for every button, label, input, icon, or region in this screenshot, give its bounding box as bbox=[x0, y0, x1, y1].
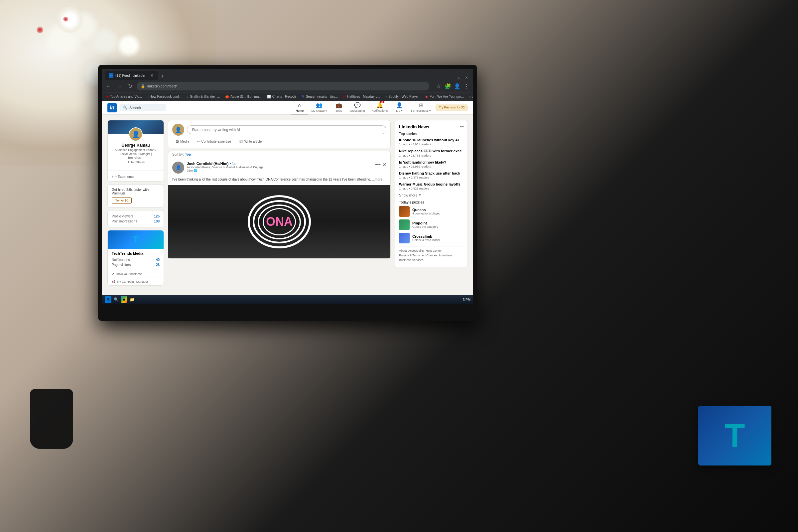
news-item-1[interactable]: Nike replaces CEO with former exec 1h ag… bbox=[399, 149, 463, 157]
home-icon: ⌂ bbox=[298, 102, 301, 108]
profile-btn[interactable]: 👤 bbox=[453, 82, 461, 90]
news-item-4[interactable]: Warner Music Group begins layoffs 1h ago… bbox=[399, 182, 463, 190]
reload-btn[interactable]: ↻ bbox=[126, 82, 134, 90]
crossclimb-name: Crossclimb bbox=[412, 234, 440, 239]
post-author-avatar[interactable]: 👤 bbox=[172, 162, 184, 174]
bookmark-5[interactable]: 📊 Charts - Recode bbox=[266, 94, 298, 99]
experience-btn[interactable]: + + Experience bbox=[108, 174, 164, 181]
media-action[interactable]: 🖼 Media bbox=[172, 138, 192, 145]
footer-help[interactable]: Help Center bbox=[426, 249, 442, 252]
nav-me[interactable]: 👤 Me ▾ bbox=[391, 101, 407, 114]
maximize-btn[interactable]: □ bbox=[457, 75, 462, 80]
profile-viewers-value: 125 bbox=[154, 214, 159, 218]
news-item-2[interactable]: Is 'soft landing' now likely? 1h ago • 1… bbox=[399, 160, 463, 168]
expertise-label: Contribute expertise bbox=[201, 140, 231, 143]
bookmark-9[interactable]: ▶ Fun: We Are Youngm... bbox=[424, 94, 465, 99]
nav-home[interactable]: ⌂ Home bbox=[291, 101, 308, 114]
nav-jobs[interactable]: 💼 Jobs bbox=[330, 101, 347, 114]
post-actions-top: ••• ✕ bbox=[375, 162, 386, 168]
post-image: ONA bbox=[168, 185, 391, 258]
media-label: Media bbox=[180, 140, 189, 143]
taskbar-chrome[interactable]: ● bbox=[121, 296, 127, 303]
bookmark-all[interactable]: » All Bookmarks bbox=[468, 94, 473, 99]
analytics-impressions-row[interactable]: Post impressions 199 bbox=[112, 219, 159, 224]
news-item-0[interactable]: iPhone 16 launches without key AI 1h ago… bbox=[399, 138, 463, 146]
footer-accessibility[interactable]: Accessibility bbox=[408, 249, 424, 252]
taskbar-start[interactable]: ⊞ bbox=[105, 296, 111, 303]
nav-network[interactable]: 👥 My Network bbox=[308, 101, 330, 114]
premium-btn[interactable]: Try for $0 bbox=[112, 197, 132, 204]
footer-about[interactable]: About bbox=[399, 249, 407, 252]
tab-bar: in (11) Feed | LinkedIn ✕ + — □ ✕ bbox=[102, 69, 473, 80]
footer-ad[interactable]: Ad Choices bbox=[422, 254, 437, 257]
techtrends-name[interactable]: TechTrends Media bbox=[112, 251, 159, 255]
nav-me-label: Me ▾ bbox=[396, 109, 403, 112]
new-tab-btn[interactable]: + bbox=[158, 72, 167, 80]
search-bar[interactable]: 🔍 Search bbox=[119, 104, 166, 111]
close-btn[interactable]: ✕ bbox=[464, 75, 469, 80]
back-btn[interactable]: ← bbox=[105, 82, 113, 90]
footer-privacy[interactable]: Privacy & Terms bbox=[399, 254, 421, 257]
media-icon: 🖼 bbox=[175, 140, 179, 143]
flower-detail-2 bbox=[63, 17, 68, 22]
expertise-action[interactable]: ✏ Contribute expertise bbox=[194, 138, 234, 145]
footer-links: About Accessibility Help Center Privacy … bbox=[399, 249, 463, 262]
news-item-3[interactable]: Disney halting Slack use after hack 1h a… bbox=[399, 171, 463, 179]
profile-name[interactable]: George Kamau bbox=[112, 143, 159, 148]
article-action[interactable]: 📰 Write article bbox=[236, 138, 265, 145]
bookmark-1[interactable]: ❤ Top Articles and Vid... bbox=[105, 94, 143, 99]
extensions-btn[interactable]: 🧩 bbox=[444, 82, 452, 90]
pencil-icon[interactable]: ✏ bbox=[460, 125, 463, 129]
avatar-emoji: 👤 bbox=[132, 130, 140, 138]
composer-avatar-icon: 👤 bbox=[175, 127, 182, 133]
post-author-line: Josh Cornfield (He/Him) • 1st bbox=[187, 162, 373, 166]
techtrends-visitors-row: Page visitors 26 bbox=[112, 262, 159, 267]
show-more-btn[interactable]: Show more ▾ bbox=[399, 193, 463, 197]
browser: in (11) Feed | LinkedIn ✕ + — □ ✕ ← → ↻ bbox=[102, 69, 473, 304]
tab-close-btn[interactable]: ✕ bbox=[150, 73, 154, 78]
minimize-btn[interactable]: — bbox=[449, 75, 455, 80]
footer-advertising[interactable]: Advertising bbox=[439, 254, 454, 257]
bookmark-3[interactable]: ♪ Gryffin & Slander -... bbox=[186, 94, 221, 99]
footer-business[interactable]: Business Services bbox=[399, 258, 424, 262]
news-item-4-meta: 1h ago • 1,623 readers bbox=[399, 187, 463, 190]
nav-premium[interactable]: Try Premium for $0 bbox=[436, 104, 468, 111]
bookmark-8[interactable]: ♪ Spotify - Web Playe... bbox=[384, 94, 422, 99]
analytics-profile-row[interactable]: Profile viewers 125 bbox=[112, 214, 159, 219]
address-input[interactable]: 🔒 linkedin.com/feed/ bbox=[137, 82, 429, 91]
bookmark-8-label: Spotify - Web Playe... bbox=[388, 95, 420, 98]
bookmark-2[interactable]: f How Facebook coul... bbox=[146, 94, 183, 99]
profile-location: United States bbox=[112, 160, 159, 164]
nav-premium-label: Try Premium for $0 bbox=[439, 106, 464, 109]
menu-btn[interactable]: ⋮ bbox=[462, 82, 471, 90]
sort-value[interactable]: Top bbox=[185, 153, 191, 156]
taskbar-clock: 3 PM bbox=[463, 298, 471, 302]
nav-home-label: Home bbox=[296, 109, 304, 112]
taskbar-search[interactable]: 🔍 bbox=[113, 296, 119, 303]
bookmark-btn[interactable]: ☆ bbox=[435, 82, 442, 90]
post-read-more[interactable]: ...more bbox=[372, 177, 382, 181]
post-menu-btn[interactable]: ••• bbox=[375, 162, 381, 168]
business-icon: ⊞ bbox=[419, 102, 423, 108]
composer-avatar: 👤 bbox=[172, 124, 184, 136]
post-author-name[interactable]: Josh Cornfield (He/Him) bbox=[187, 162, 228, 166]
bookmark-6[interactable]: M Search results - itsg... bbox=[301, 94, 340, 99]
taskbar-file[interactable]: 📁 bbox=[129, 296, 135, 303]
puzzle-queens[interactable]: Queens 4 connections played bbox=[399, 206, 463, 217]
forward-btn[interactable]: → bbox=[115, 82, 124, 90]
bookmark-4[interactable]: 🍎 Apple $1 trillion ma... bbox=[224, 94, 263, 99]
campaign-manager-link[interactable]: 📢 Try Campaign Manager bbox=[108, 278, 164, 285]
active-tab[interactable]: in (11) Feed | LinkedIn ✕ bbox=[105, 71, 158, 80]
composer-input[interactable]: Start a post, try writing with AI bbox=[187, 125, 386, 134]
bookmark-7[interactable]: H Hatftives - Mayday L... bbox=[342, 94, 382, 99]
campaign-link[interactable]: ↗ Grow your business bbox=[108, 270, 164, 278]
puzzle-crossclimb[interactable]: Crossclimb Unlock a trivia ladder bbox=[399, 233, 463, 243]
nav-messaging[interactable]: 💬 Messaging bbox=[347, 101, 368, 114]
nav-business[interactable]: ⊞ For Business ▾ bbox=[407, 101, 434, 114]
puzzle-pinpoint[interactable]: Pinpoint Guess the category bbox=[399, 220, 463, 230]
techtrends-stats: Notifications 40 Page visitors 26 bbox=[112, 258, 159, 267]
nav-notifications[interactable]: 🔔 11 Notifications bbox=[368, 101, 391, 114]
post-close-btn[interactable]: ✕ bbox=[382, 162, 386, 168]
profile-avatar[interactable]: 👤 bbox=[129, 127, 142, 141]
puzzle-crossclimb-info: Crossclimb Unlock a trivia ladder bbox=[412, 234, 440, 242]
